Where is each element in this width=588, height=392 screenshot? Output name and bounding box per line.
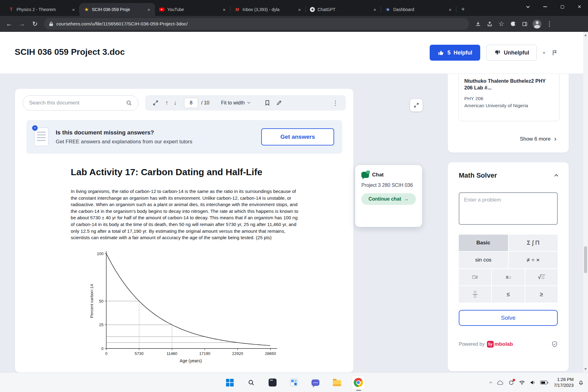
tab-coursehero-active[interactable]: ★ SCIH 036 059 Proje × (80, 3, 155, 16)
viewer-menu-kebab[interactable]: ⋮ (332, 99, 338, 107)
scroll-down-arrow[interactable] (584, 368, 587, 370)
previous-page-arrow[interactable]: ↑ (165, 100, 168, 106)
chatgpt-favicon: ✳ (310, 7, 315, 12)
key-operators[interactable]: ≠ ÷ × (509, 252, 558, 268)
taskbar-file-explorer[interactable] (330, 376, 344, 389)
extensions-puzzle-icon[interactable] (507, 18, 519, 30)
battery-icon[interactable] (540, 381, 547, 384)
keypad-tab-basic[interactable]: Basic (459, 235, 508, 251)
fullscreen-expand-icon[interactable] (153, 100, 159, 106)
tab-search-button[interactable] (519, 0, 537, 13)
continue-chat-button[interactable]: Continue chat → (361, 193, 416, 205)
profile-avatar[interactable] (533, 20, 541, 28)
wifi-icon[interactable] (519, 380, 525, 385)
annotate-pencil-icon[interactable] (276, 100, 282, 106)
continue-chat-label: Continue chat (368, 196, 401, 202)
search-document-input[interactable]: Search this document (23, 95, 138, 111)
new-tab-button[interactable]: + (459, 5, 467, 13)
key-power[interactable]: x□ (492, 269, 524, 285)
window-maximize-button[interactable] (554, 0, 571, 13)
collapse-chevron-icon[interactable] (554, 174, 558, 178)
svg-text:28650: 28650 (265, 351, 276, 356)
url-text: coursehero.com/u/file/115656017/SCIH-036… (56, 21, 188, 27)
tab-close-icon[interactable]: × (372, 6, 378, 13)
unhelpful-label: Unhelpful (504, 50, 529, 56)
tray-overflow-chevron[interactable] (489, 381, 492, 384)
key-square[interactable]: □2 (459, 269, 491, 285)
tab-chatgpt[interactable]: ✳ ChatGPT × (306, 3, 381, 16)
taskbar-app-widgets[interactable] (287, 376, 301, 389)
sync-update-icon[interactable] (508, 380, 514, 386)
tab-gmail[interactable]: M Inbox (3,393) - dyla × (230, 3, 306, 16)
next-page-arrow[interactable]: ↓ (174, 100, 177, 106)
back-button[interactable]: ← (3, 18, 15, 30)
page-title: SCIH 036 059 Project 3.doc (15, 47, 125, 57)
scroll-up-arrow[interactable] (584, 34, 587, 36)
onedrive-cloud-icon[interactable] (496, 380, 504, 385)
browser-menu-kebab[interactable]: ⋮ (544, 18, 555, 30)
banner-subtitle: Get FREE answers and explanations from o… (56, 139, 192, 145)
chat-title: Chat (372, 172, 384, 178)
thumbs-up-icon (438, 49, 444, 56)
tab-physics[interactable]: T Physics 2 - Theorem × (4, 3, 80, 16)
math-keypad: Basic Σ ∫ Π sin cos ≠ ÷ × □2 x□ √□ □ □ ≤ (459, 235, 558, 303)
taskbar-app-chat[interactable] (309, 376, 322, 389)
tab-close-icon[interactable]: × (447, 6, 453, 13)
window-minimize-button[interactable] (537, 0, 554, 13)
svg-text:100: 100 (97, 251, 104, 256)
address-bar[interactable]: coursehero.com/u/file/115656017/SCIH-036… (44, 18, 469, 30)
thumbs-down-icon (494, 49, 501, 56)
page-scrollbar[interactable] (583, 32, 588, 372)
taskbar-chrome[interactable] (352, 376, 365, 389)
unhelpful-button[interactable]: Unhelpful (486, 45, 537, 61)
key-sin-cos[interactable]: sin cos (459, 252, 508, 268)
key-greater-equal[interactable]: ≥ (525, 286, 558, 303)
toolbar-action-icons: ☆ ⋮ (472, 18, 555, 30)
expand-viewer-button[interactable] (410, 99, 423, 111)
show-more-link[interactable]: Show 6 more › (520, 136, 557, 142)
related-document-item[interactable]: Ntuthuko Thalente Buthelez2 PHY 206 Lab … (458, 74, 560, 121)
tab-close-icon[interactable]: × (296, 6, 303, 13)
tab-close-icon[interactable]: × (221, 6, 227, 13)
related-documents-card: Ntuthuko Thalente Buthelez2 PHY 206 Lab … (448, 74, 569, 153)
page-number-input[interactable]: 8 (184, 98, 198, 108)
download-icon[interactable] (472, 18, 484, 30)
taskbar-search-button[interactable] (244, 376, 258, 389)
math-problem-input[interactable]: Enter a problem (459, 192, 558, 225)
tab-close-icon[interactable]: × (146, 6, 152, 13)
taskbar-app-terminal[interactable] (266, 376, 279, 389)
math-solver-title: Math Solver (459, 172, 497, 179)
privacy-shield-icon[interactable] (552, 341, 558, 348)
helpful-button[interactable]: 5 Helpful (430, 45, 480, 61)
tab-close-icon[interactable]: × (70, 6, 77, 13)
forward-button[interactable]: → (16, 18, 28, 30)
tab-youtube[interactable]: YouTube × (155, 3, 230, 16)
chat-widget: Chat Project 3 280 SCIH 036 Continue cha… (355, 165, 422, 227)
notification-bell-icon[interactable] (578, 380, 584, 385)
solve-button[interactable]: Solve (459, 310, 558, 326)
symbolab-logo: Sy (487, 341, 494, 348)
key-less-equal[interactable]: ≤ (492, 286, 524, 303)
volume-icon[interactable] (530, 380, 536, 385)
key-fraction[interactable]: □ □ (459, 286, 491, 303)
report-flag-icon[interactable] (551, 49, 558, 56)
tab-title: SCIH 036 059 Proje (92, 7, 143, 12)
keypad-tab-advanced[interactable]: Σ ∫ Π (509, 235, 558, 251)
get-answers-button[interactable]: Get answers (261, 128, 334, 145)
start-button[interactable] (223, 376, 236, 389)
window-close-button[interactable]: × (571, 0, 588, 13)
side-panel-icon[interactable] (519, 18, 530, 30)
scrollbar-thumb[interactable] (584, 246, 587, 273)
share-icon[interactable] (484, 18, 496, 30)
helpful-label: Helpful (454, 50, 472, 56)
viewer-controls: ↑ ↓ 8 / 10 Fit to width ⋮ (145, 95, 346, 111)
document-body-text: In living organisms, the ratio of carbon… (71, 188, 302, 241)
bookmark-icon[interactable] (265, 100, 270, 106)
bookmark-star-icon[interactable]: ☆ (496, 18, 507, 30)
taskbar-clock[interactable]: 1:26 PM 7/17/2023 (554, 377, 574, 388)
fit-to-width-dropdown[interactable]: Fit to width (221, 100, 250, 106)
key-square-root[interactable]: √□ (525, 269, 558, 285)
reload-button[interactable]: ↻ (29, 18, 41, 30)
clock-date: 7/17/2023 (554, 383, 574, 388)
tab-dashboard[interactable]: ★ Dashboard × (381, 3, 456, 16)
